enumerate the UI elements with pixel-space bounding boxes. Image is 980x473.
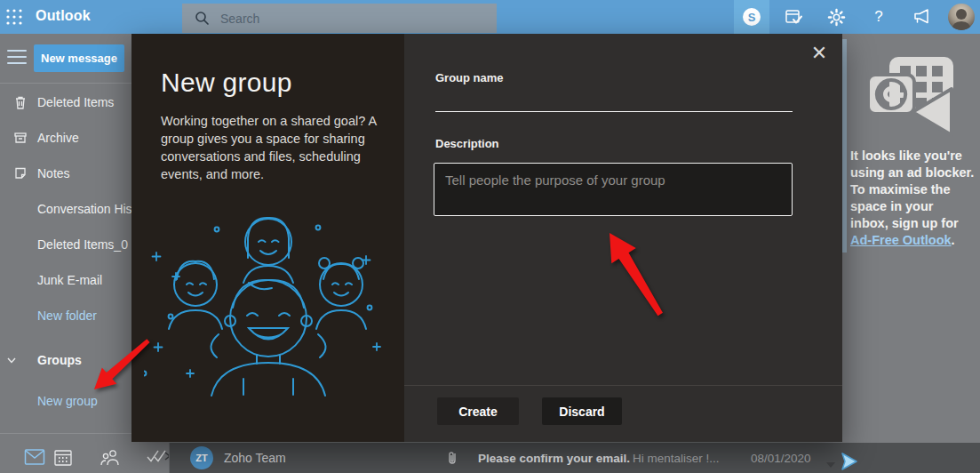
archive-icon [12,130,28,146]
skype-button[interactable]: S [734,0,769,34]
app-launcher-icon[interactable] [5,8,23,26]
megaphone-icon [912,8,931,26]
create-button[interactable]: Create [437,397,519,425]
dialog-title: New group [161,68,292,98]
group-name-label: Group name [435,71,504,84]
calendar-module-icon[interactable] [53,448,73,467]
module-switcher [0,443,169,473]
description-label: Description [435,137,499,150]
close-button[interactable]: ✕ [807,41,832,66]
top-app-bar: Outlook S ? [0,0,980,34]
account-avatar[interactable] [948,4,975,30]
note-icon [12,165,28,181]
chevron-down-icon [5,354,18,366]
mouse-cursor-icon [840,452,859,471]
annotation-arrow-description [601,222,716,338]
pane-divider [169,443,170,473]
search-input[interactable] [220,12,469,26]
ad-free-outlook-icon [866,55,955,137]
sender-avatar: ZT [190,446,213,469]
avatar-photo [948,4,975,30]
question-mark-icon: ? [874,8,882,26]
ad-free-outlook-link[interactable]: Ad-Free Outlook [850,233,952,247]
email-preview: Hi mentaliser !... [633,452,720,465]
group-name-input[interactable] [435,89,793,112]
settings-button[interactable] [818,0,854,34]
attachment-icon [447,450,458,466]
whats-new-button[interactable] [904,0,939,34]
discard-button[interactable]: Discard [542,397,622,425]
new-message-button[interactable]: New message [34,44,124,72]
app-title: Outlook [36,8,91,24]
email-sender: Zoho Team [224,451,286,465]
footer-divider [404,385,842,386]
skype-icon: S [742,7,761,27]
calendar-check-icon [785,7,804,27]
annotation-arrow-new-group [85,325,183,414]
svg-text:S: S [748,11,756,24]
ad-blocker-panel: It looks like you're using an ad blocker… [842,34,980,443]
trash-icon [12,94,28,110]
people-module-icon[interactable] [100,448,121,467]
chevron-down-small-icon [825,461,837,469]
ad-blocker-message: It looks like you're using an ad blocker… [850,148,975,249]
close-icon: ✕ [811,42,827,65]
search-bar[interactable] [182,4,497,33]
reading-pane-scrollbar[interactable] [842,39,847,253]
new-group-dialog: New group Working together on a shared g… [131,34,842,442]
email-date: 08/01/2020 [751,452,811,465]
mail-module-icon[interactable] [24,448,45,466]
group-description-textarea[interactable] [434,163,793,216]
help-button[interactable]: ? [861,0,896,34]
hamburger-menu-icon[interactable] [7,50,27,64]
gear-icon [827,8,846,27]
my-day-button[interactable] [777,0,812,34]
search-icon [195,11,210,26]
dialog-description: Working together on a shared goal? A gro… [161,112,388,183]
email-subject: Please confirm your email. [478,452,630,465]
